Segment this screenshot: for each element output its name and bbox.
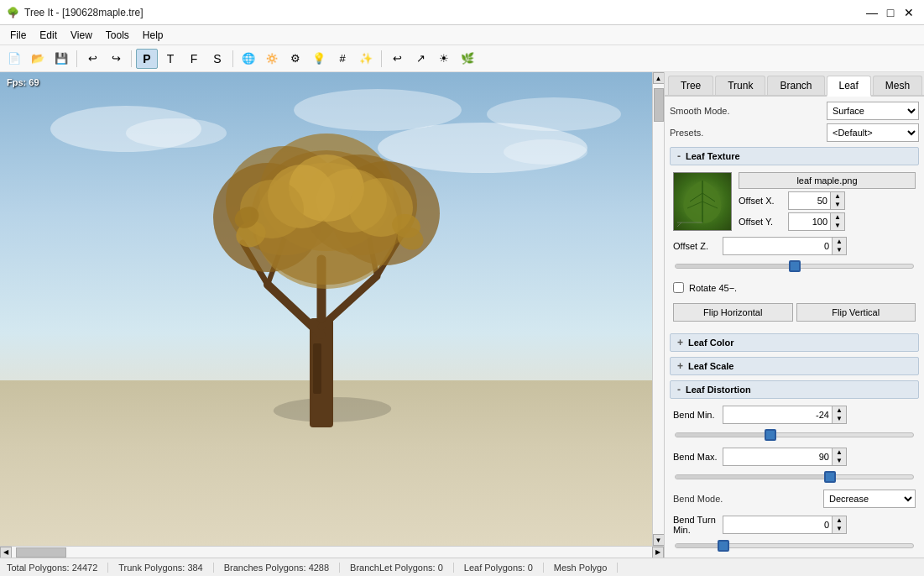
statusbar: Total Polygons: 24472 Trunk Polygons: 38…	[0, 558, 924, 576]
toolbar-undo[interactable]: ↩	[81, 49, 103, 69]
vscroll-thumb[interactable]	[654, 88, 664, 122]
texture-file-button[interactable]: leaf maple.png	[739, 172, 916, 189]
menu-view[interactable]: View	[64, 28, 99, 43]
offset-z-slider-track[interactable]	[675, 264, 914, 269]
vscroll-track[interactable]	[653, 84, 665, 534]
toolbar-redo[interactable]: ↪	[105, 49, 127, 69]
smooth-mode-row: Smooth Mode. Surface None Vertex	[670, 102, 919, 120]
leaf-texture-toggle: -	[677, 150, 681, 162]
leaf-thumbnail[interactable]	[673, 172, 732, 231]
toolbar-settings[interactable]: ⚙	[285, 49, 306, 69]
flip-vertical-button[interactable]: Flip Vertical	[796, 303, 916, 322]
hscroll-thumb[interactable]	[16, 547, 66, 558]
svg-line-2	[268, 285, 321, 335]
rotate45-checkbox[interactable]	[673, 282, 684, 293]
svg-rect-1	[313, 343, 321, 394]
bend-min-up[interactable]: ▲	[833, 406, 846, 415]
toolbar-f[interactable]: F	[183, 49, 205, 69]
minimize-button[interactable]: —	[864, 4, 880, 21]
bend-turn-slider-track[interactable]	[675, 543, 914, 548]
menu-edit[interactable]: Edit	[33, 28, 64, 43]
viewport-hscroll[interactable]: ◀ ▶	[0, 546, 664, 558]
hscroll-right[interactable]: ▶	[652, 547, 664, 558]
flip-horizontal-button[interactable]: Flip Horizontal	[673, 303, 793, 322]
app-icon: 🌳	[7, 7, 19, 18]
offset-x-down[interactable]: ▼	[831, 201, 844, 209]
toolbar-t[interactable]: T	[159, 49, 181, 69]
bend-turn-slider-thumb[interactable]	[718, 540, 729, 552]
leaf-thumb-inner	[674, 173, 731, 230]
offset-z-spin-btns: ▲ ▼	[833, 238, 846, 254]
offset-z-up[interactable]: ▲	[833, 238, 846, 246]
bend-turn-min-down[interactable]: ▼	[833, 525, 846, 533]
offset-z-row: Offset Z. ▲ ▼	[673, 237, 916, 255]
viewport-vscroll[interactable]: ▲ ▼	[652, 72, 664, 546]
bend-min-slider-track[interactable]	[675, 432, 914, 437]
bend-max-slider-thumb[interactable]	[824, 471, 836, 483]
toolbar-render[interactable]: 🔅	[261, 49, 283, 69]
offset-z-input[interactable]	[723, 238, 833, 254]
toolbar-plant[interactable]: 🌿	[457, 49, 478, 69]
bend-max-slider-track[interactable]	[675, 474, 914, 479]
tab-mesh[interactable]: Mesh	[873, 76, 922, 95]
bend-turn-min-spin-btns: ▲ ▼	[833, 516, 846, 533]
bend-turn-min-row: Bend Turn Min. ▲ ▼	[673, 515, 916, 535]
presets-select[interactable]: <Default>	[827, 123, 919, 142]
tab-trunk[interactable]: Trunk	[715, 76, 765, 95]
toolbar-sep-2	[131, 50, 132, 67]
leaf-color-header[interactable]: + Leaf Color	[670, 333, 919, 352]
bend-min-input[interactable]	[723, 406, 833, 423]
bend-max-input[interactable]	[723, 448, 833, 465]
leaf-texture-content: leaf maple.png Offset X. 50 ▲ ▼	[670, 169, 919, 328]
bend-min-spinner: ▲ ▼	[723, 406, 847, 424]
tab-leaf[interactable]: Leaf	[827, 76, 871, 97]
bend-turn-min-up[interactable]: ▲	[833, 516, 846, 525]
tab-bar: Tree Trunk Branch Leaf Mesh	[665, 72, 924, 97]
leaf-texture-title: Leaf Texture	[686, 151, 740, 161]
bend-max-up[interactable]: ▲	[833, 448, 846, 457]
menu-file[interactable]: File	[3, 28, 33, 43]
toolbar-p[interactable]: P	[136, 49, 158, 69]
tab-tree[interactable]: Tree	[668, 76, 713, 95]
offset-y-up[interactable]: ▲	[831, 213, 844, 222]
bend-turn-min-spinner: ▲ ▼	[723, 516, 847, 534]
vscroll-up[interactable]: ▲	[653, 72, 665, 84]
toolbar-save[interactable]: 💾	[50, 49, 72, 69]
branches-polygons: Branches Polygons: 4288	[214, 563, 340, 573]
toolbar-new[interactable]: 📄	[3, 49, 25, 69]
bend-turn-min-input[interactable]	[723, 516, 833, 533]
toolbar-effects[interactable]: ✨	[355, 49, 377, 69]
close-button[interactable]: ✕	[901, 4, 917, 21]
hscroll-left[interactable]: ◀	[0, 547, 12, 558]
offset-y-down[interactable]: ▼	[831, 222, 844, 230]
leaf-distortion-header[interactable]: - Leaf Distortion	[670, 380, 919, 399]
leaf-texture-header[interactable]: - Leaf Texture	[670, 147, 919, 165]
bend-max-down[interactable]: ▼	[833, 457, 846, 465]
toolbar-sun[interactable]: ☀	[433, 49, 455, 69]
bend-mode-select[interactable]: Decrease Increase Constant	[823, 490, 916, 508]
vscroll-down[interactable]: ▼	[653, 534, 665, 546]
leaf-scale-header[interactable]: + Leaf Scale	[670, 357, 919, 375]
toolbar-rotate[interactable]: ↩	[386, 49, 408, 69]
viewport[interactable]: Fps: 69	[0, 72, 652, 546]
bend-turn-slider-row	[673, 540, 916, 552]
offset-x-input[interactable]: 50	[789, 192, 831, 209]
toolbar-grid[interactable]: #	[331, 49, 353, 69]
maximize-button[interactable]: □	[882, 4, 899, 21]
toolbar-open[interactable]: 📂	[27, 49, 49, 69]
offset-y-input[interactable]	[789, 213, 831, 230]
toolbar-light[interactable]: 💡	[308, 49, 330, 69]
bend-min-down[interactable]: ▼	[833, 415, 846, 423]
menu-help[interactable]: Help	[136, 28, 170, 43]
toolbar-globe[interactable]: 🌐	[238, 49, 259, 69]
toolbar-move[interactable]: ↗	[410, 49, 431, 69]
offset-x-up[interactable]: ▲	[831, 192, 844, 201]
bend-min-slider-thumb[interactable]	[765, 429, 776, 441]
offset-z-down[interactable]: ▼	[833, 246, 846, 254]
menu-tools[interactable]: Tools	[99, 28, 136, 43]
offset-z-slider-thumb[interactable]	[789, 260, 801, 272]
hscroll-track[interactable]	[12, 547, 652, 558]
toolbar-s[interactable]: S	[206, 49, 228, 69]
tab-branch[interactable]: Branch	[767, 76, 824, 95]
smooth-mode-select[interactable]: Surface None Vertex	[827, 102, 919, 120]
